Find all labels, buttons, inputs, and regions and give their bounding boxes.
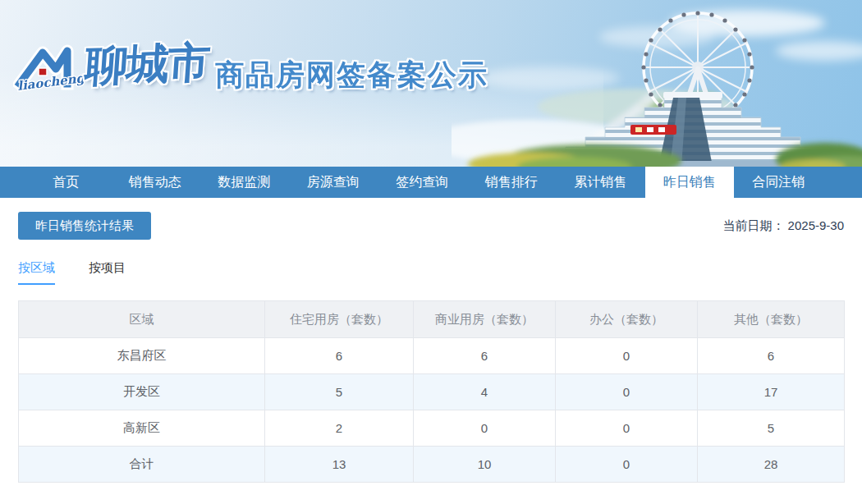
table-cell: 0	[556, 338, 698, 374]
table-cell: 6	[414, 338, 556, 374]
current-date-value: 2025-9-30	[788, 218, 844, 232]
table-row: 合计1310028	[19, 447, 845, 483]
table-cell: 东昌府区	[19, 338, 265, 374]
sales-table: 区域住宅用房（套数）商业用房（套数）办公（套数）其他（套数） 东昌府区6606开…	[18, 300, 845, 483]
banner-title: 商品房网签备案公示	[215, 56, 488, 94]
tab-by-district[interactable]: 按区域	[18, 260, 55, 285]
column-header: 其他（套数）	[698, 301, 845, 338]
page: liaocheng 聊城市 商品房网签备案公示 首页销售动态数据监测房源查询签约…	[0, 0, 862, 483]
table-cell: 10	[414, 447, 556, 483]
table-cell: 合计	[19, 447, 265, 483]
table-row: 开发区54017	[19, 374, 845, 410]
sales-table-body: 东昌府区6606开发区54017高新区2005合计1310028	[19, 338, 845, 483]
current-date: 当前日期：2025-9-30	[723, 218, 844, 234]
current-date-label: 当前日期：	[723, 218, 785, 232]
brand: liaocheng 聊城市 商品房网签备案公示	[0, 0, 862, 167]
nav-item[interactable]: 累计销售	[556, 167, 645, 198]
table-cell: 2	[265, 410, 414, 447]
table-cell: 5	[265, 374, 414, 410]
tab-by-project[interactable]: 按项目	[89, 260, 126, 285]
nav-item[interactable]: 签约查询	[378, 167, 467, 198]
table-cell: 开发区	[19, 374, 265, 410]
column-header: 区域	[19, 301, 265, 338]
table-cell: 5	[698, 410, 845, 447]
nav-item[interactable]: 销售动态	[111, 167, 200, 198]
nav-item[interactable]: 房源查询	[289, 167, 378, 198]
table-row: 东昌府区6606	[19, 338, 845, 374]
sales-table-head: 区域住宅用房（套数）商业用房（套数）办公（套数）其他（套数）	[19, 301, 845, 338]
nav-item[interactable]: 首页	[21, 167, 111, 198]
table-cell: 6	[698, 338, 845, 374]
liaocheng-logo-icon: liaocheng	[13, 38, 89, 95]
column-header: 商业用房（套数）	[414, 301, 556, 338]
column-header: 住宅用房（套数）	[265, 301, 414, 338]
content: 昨日销售统计结果 当前日期：2025-9-30 按区域 按项目 区域住宅用房（套…	[0, 212, 862, 483]
nav-item[interactable]: 数据监测	[199, 167, 289, 198]
logo-city-calligraphy: 聊城市	[83, 34, 210, 95]
table-cell: 0	[414, 410, 556, 447]
yesterday-sales-result-button[interactable]: 昨日销售统计结果	[18, 212, 151, 240]
table-cell: 0	[556, 410, 698, 447]
table-cell: 0	[556, 447, 698, 483]
table-row: 高新区2005	[19, 410, 845, 447]
table-cell: 高新区	[19, 410, 265, 447]
table-cell: 13	[265, 447, 414, 483]
main-nav: 首页销售动态数据监测房源查询签约查询销售排行累计销售昨日销售合同注销	[0, 167, 862, 198]
banner: liaocheng 聊城市 商品房网签备案公示	[0, 0, 862, 167]
toolbar: 昨日销售统计结果 当前日期：2025-9-30	[18, 212, 844, 240]
table-cell: 6	[265, 338, 414, 374]
table-cell: 4	[414, 374, 556, 410]
column-header: 办公（套数）	[556, 301, 698, 338]
view-tabs: 按区域 按项目	[18, 260, 844, 285]
nav-item[interactable]: 销售排行	[467, 167, 557, 198]
table-cell: 0	[556, 374, 698, 410]
table-cell: 28	[698, 447, 845, 483]
nav-item[interactable]: 合同注销	[734, 167, 823, 198]
nav-item[interactable]: 昨日销售	[645, 167, 735, 198]
table-cell: 17	[698, 374, 845, 410]
